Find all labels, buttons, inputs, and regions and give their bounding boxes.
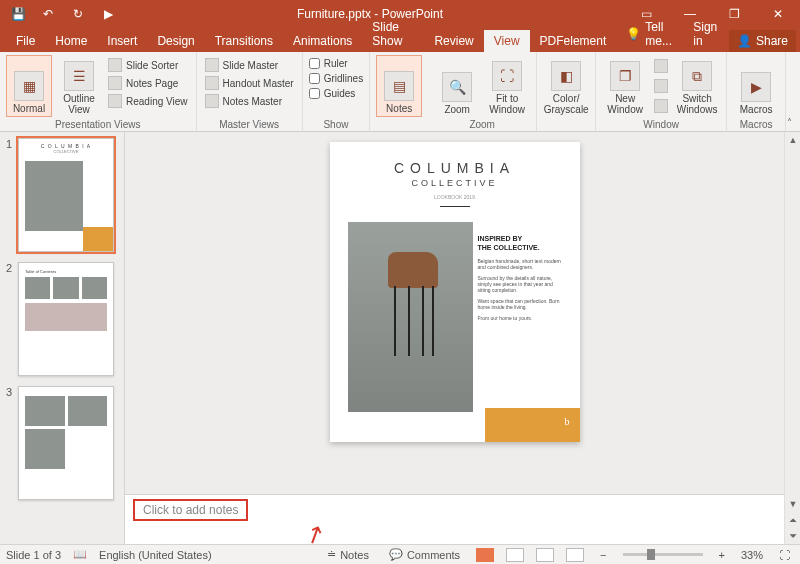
ruler-checkbox[interactable]: Ruler	[309, 57, 363, 70]
switch-windows-button[interactable]: ⧉Switch Windows	[674, 55, 720, 117]
notes-placeholder[interactable]: Click to add notes	[133, 499, 248, 521]
slide-lookbook: LOOKBOOK 2019	[330, 194, 580, 200]
zoom-slider[interactable]	[623, 553, 703, 556]
fit-window-icon: ⛶	[492, 61, 522, 91]
slide-title: COLUMBIA	[330, 142, 580, 176]
gridlines-checkbox[interactable]: Gridlines	[309, 72, 363, 85]
tab-file[interactable]: File	[6, 30, 45, 52]
reading-view-button[interactable]: Reading View	[106, 93, 190, 109]
group-label: Zoom	[428, 119, 536, 130]
notes-page-button[interactable]: Notes Page	[106, 75, 190, 91]
slide-sorter-button[interactable]: Slide Sorter	[106, 57, 190, 73]
notes-toggle-button[interactable]: ▤Notes	[376, 55, 422, 117]
language-button[interactable]: English (United States)	[99, 549, 212, 561]
reading-view-status-button[interactable]	[536, 548, 554, 562]
slide-accent-band	[485, 408, 580, 442]
scroll-down-button[interactable]: ▼	[785, 496, 800, 512]
arrange-all-button[interactable]	[652, 58, 670, 74]
group-macros: ▶Macros Macros	[727, 52, 786, 131]
tab-home[interactable]: Home	[45, 30, 97, 52]
slide-canvas[interactable]: COLUMBIA COLLECTIVE LOOKBOOK 2019 INSPIR…	[125, 132, 784, 494]
tell-me-button[interactable]: 💡Tell me...	[616, 16, 683, 52]
tab-view[interactable]: View	[484, 30, 530, 52]
zoom-out-button[interactable]: −	[596, 549, 610, 561]
editor-area: COLUMBIA COLLECTIVE LOOKBOOK 2019 INSPIR…	[125, 132, 784, 544]
slide-thumbnail-3[interactable]	[18, 386, 114, 500]
tab-design[interactable]: Design	[147, 30, 204, 52]
spell-check-icon[interactable]: 📖	[73, 548, 87, 561]
group-label: Master Views	[197, 119, 302, 130]
move-split-button[interactable]	[652, 98, 670, 114]
next-slide-button[interactable]: ⏷	[785, 528, 800, 544]
group-label: Window	[596, 119, 726, 130]
normal-view-status-button[interactable]	[476, 548, 494, 562]
comments-icon: 💬	[389, 548, 403, 561]
fit-to-window-button[interactable]: ⛶Fit to Window	[484, 55, 530, 117]
slide-image	[348, 222, 473, 412]
guides-checkbox[interactable]: Guides	[309, 87, 363, 100]
tab-slideshow[interactable]: Slide Show	[362, 16, 424, 52]
status-comments-button[interactable]: 💬Comments	[385, 548, 464, 561]
tab-transitions[interactable]: Transitions	[205, 30, 283, 52]
slide-counter[interactable]: Slide 1 of 3	[6, 549, 61, 561]
handout-master-icon	[205, 76, 219, 90]
group-show: Ruler Gridlines Guides Show	[303, 52, 370, 131]
normal-view-button[interactable]: ▦Normal	[6, 55, 52, 117]
handout-master-button[interactable]: Handout Master	[203, 75, 296, 91]
group-label: Presentation Views	[0, 119, 196, 130]
tab-animations[interactable]: Animations	[283, 30, 362, 52]
start-from-beginning-button[interactable]: ▶	[100, 6, 116, 22]
slide-thumbnails-pane[interactable]: 1 C O L U M B I ACOLLECTIVE 2 Table of C…	[0, 132, 125, 544]
tab-review[interactable]: Review	[424, 30, 483, 52]
slide-master-button[interactable]: Slide Master	[203, 57, 296, 73]
save-button[interactable]: 💾	[10, 6, 26, 22]
group-presentation-views: ▦Normal ☰Outline View Slide Sorter Notes…	[0, 52, 197, 131]
arrange-all-icon	[654, 59, 668, 73]
new-window-button[interactable]: ❐New Window	[602, 55, 648, 117]
previous-slide-button[interactable]: ⏶	[785, 512, 800, 528]
zoom-in-button[interactable]: +	[715, 549, 729, 561]
slide-text-column: INSPIRED BYTHE COLLECTIVE. Belgian handm…	[478, 234, 566, 326]
undo-button[interactable]: ↶	[40, 6, 56, 22]
collapse-ribbon-button[interactable]: ˄	[782, 115, 796, 129]
zoom-level[interactable]: 33%	[741, 549, 763, 561]
current-slide[interactable]: COLUMBIA COLLECTIVE LOOKBOOK 2019 INSPIR…	[330, 142, 580, 442]
notes-master-icon	[205, 94, 219, 108]
outline-view-button[interactable]: ☰Outline View	[56, 55, 102, 117]
fit-to-window-status-button[interactable]: ⛶	[775, 549, 794, 561]
status-notes-button[interactable]: ≐Notes	[323, 548, 373, 561]
close-button[interactable]: ✕	[756, 0, 800, 28]
notes-pane[interactable]: Click to add notes ↗	[125, 494, 784, 544]
chair-illustration	[388, 252, 448, 362]
new-window-icon: ❐	[610, 61, 640, 91]
macros-button[interactable]: ▶Macros	[733, 55, 779, 117]
group-label: Macros	[727, 119, 785, 130]
notes-master-button[interactable]: Notes Master	[203, 93, 296, 109]
slide-thumbnail-2[interactable]: Table of Contents	[18, 262, 114, 376]
slide-sorter-status-button[interactable]	[506, 548, 524, 562]
scroll-up-button[interactable]: ▲	[785, 132, 800, 148]
outline-view-icon: ☰	[64, 61, 94, 91]
notes-page-icon	[108, 76, 122, 90]
cascade-button[interactable]	[652, 78, 670, 94]
ribbon: ▦Normal ☰Outline View Slide Sorter Notes…	[0, 52, 800, 132]
group-master-views: Slide Master Handout Master Notes Master…	[197, 52, 303, 131]
group-zoom: 🔍Zoom ⛶Fit to Window Zoom	[428, 52, 537, 131]
slide-subtitle: COLLECTIVE	[330, 178, 580, 188]
redo-button[interactable]: ↻	[70, 6, 86, 22]
zoom-slider-knob[interactable]	[647, 549, 655, 560]
ribbon-tabs: File Home Insert Design Transitions Anim…	[0, 28, 800, 52]
share-button[interactable]: 👤Share	[729, 30, 796, 52]
slide-thumbnail-1[interactable]: C O L U M B I ACOLLECTIVE	[18, 138, 114, 252]
tab-pdfelement[interactable]: PDFelement	[530, 30, 617, 52]
vertical-scrollbar[interactable]: ▲ ▼ ⏶ ⏷	[784, 132, 800, 544]
zoom-button[interactable]: 🔍Zoom	[434, 55, 480, 117]
thumb-number: 2	[6, 262, 14, 376]
cascade-icon	[654, 79, 668, 93]
slide-master-icon	[205, 58, 219, 72]
macros-icon: ▶	[741, 72, 771, 102]
tab-insert[interactable]: Insert	[97, 30, 147, 52]
sign-in-button[interactable]: Sign in	[683, 16, 729, 52]
slideshow-status-button[interactable]	[566, 548, 584, 562]
color-grayscale-button[interactable]: ◧Color/ Grayscale	[543, 55, 589, 117]
